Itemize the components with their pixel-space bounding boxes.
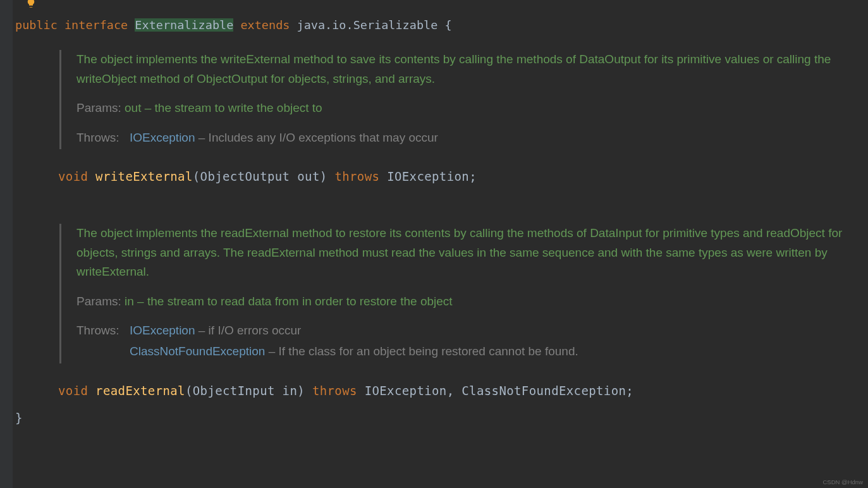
javadoc-writeexternal: The object implements the writeExternal … (59, 50, 868, 149)
javadoc-summary: The object implements the writeExternal … (76, 50, 868, 88)
javadoc-throws-label: Throws: (76, 128, 130, 149)
semicolon: ; (626, 384, 633, 398)
exceptions: IOException (387, 169, 469, 183)
keyword-extends: extends (240, 18, 290, 32)
javadoc-throws-exc[interactable]: IOException (130, 131, 195, 144)
javadoc-params-text: in – the stream to read data from in ord… (125, 295, 453, 308)
javadoc-throws-desc: – if I/O errors occur (195, 324, 302, 337)
method-signature-writeexternal: void writeExternal(ObjectOutput out) thr… (58, 167, 868, 186)
javadoc-params-label: Params: (76, 295, 121, 308)
method-signature-readexternal: void readExternal(ObjectInput in) throws… (58, 381, 868, 400)
param-type: ObjectOutput (200, 169, 290, 183)
return-type: void (58, 169, 88, 183)
lightbulb-icon[interactable] (25, 0, 39, 9)
javadoc-readexternal: The object implements the readExternal m… (59, 224, 868, 363)
javadoc-summary: The object implements the readExternal m… (76, 224, 868, 281)
keyword-throws: throws (334, 169, 379, 183)
watermark: CSDN @Hdnw (823, 479, 864, 485)
javadoc-params-text: out – the stream to write the object to (125, 101, 322, 114)
exceptions: IOException, ClassNotFoundException (365, 384, 627, 398)
javadoc-params-label: Params: (76, 101, 121, 114)
super-type: java.io.Serializable (297, 18, 438, 32)
javadoc-throws-desc: – If the class for an object being resto… (265, 345, 578, 358)
rparen: ) (297, 384, 305, 398)
code-editor[interactable]: public interface Externalizable extends … (0, 0, 868, 427)
param-name: in (283, 384, 298, 398)
param-name: out (297, 169, 319, 183)
javadoc-params: Params: out – the stream to write the ob… (76, 99, 868, 118)
javadoc-throws-exc[interactable]: IOException (130, 324, 195, 337)
keyword-throws: throws (312, 384, 357, 398)
interface-declaration-line: public interface Externalizable extends … (15, 15, 868, 35)
keyword-public: public (15, 18, 58, 32)
brace-close: } (15, 409, 868, 427)
lparen: ( (185, 384, 193, 398)
lparen: ( (193, 169, 200, 183)
param-type: ObjectInput (193, 384, 275, 398)
javadoc-throws: Throws: IOException – if I/O errors occu… (76, 321, 868, 363)
semicolon: ; (469, 169, 477, 183)
javadoc-throws: Throws: IOException – Includes any I/O e… (76, 128, 868, 149)
keyword-interface: interface (64, 18, 128, 32)
method-name: readExternal (95, 384, 185, 398)
method-name: writeExternal (95, 169, 193, 183)
javadoc-throws-exc[interactable]: ClassNotFoundException (130, 345, 265, 358)
brace-open: { (444, 18, 451, 32)
javadoc-throws-desc: – Includes any I/O exceptions that may o… (195, 131, 438, 144)
editor-gutter (0, 0, 13, 488)
interface-name: Externalizable (135, 18, 233, 32)
return-type: void (58, 384, 88, 398)
javadoc-throws-label: Throws: (76, 321, 130, 363)
rparen: ) (320, 169, 327, 183)
javadoc-params: Params: in – the stream to read data fro… (76, 292, 868, 311)
